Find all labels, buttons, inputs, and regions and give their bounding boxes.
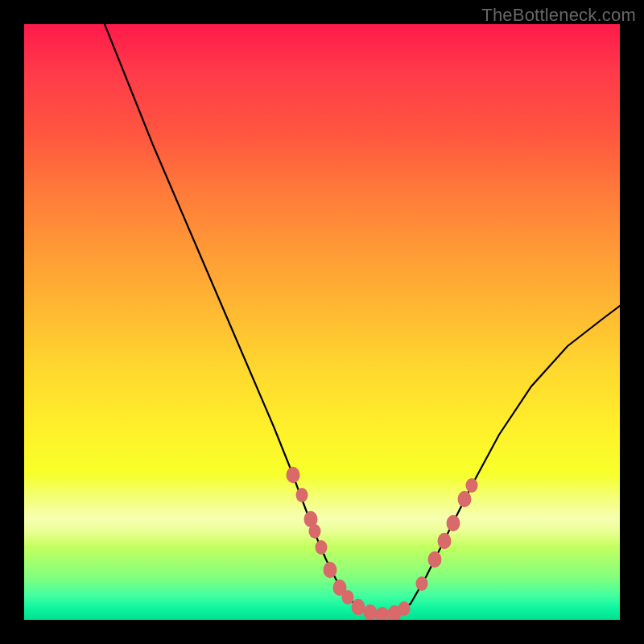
bead-marker [448, 516, 459, 530]
bottleneck-curve [105, 24, 620, 615]
bead-marker [324, 563, 336, 577]
plot-area [24, 24, 620, 620]
curve-group [105, 24, 620, 615]
marker-beads [287, 468, 477, 620]
bead-marker [310, 526, 320, 538]
bead-marker [287, 468, 299, 482]
bead-marker [343, 592, 353, 604]
watermark-text: TheBottleneck.com [481, 5, 636, 26]
chart-svg [24, 24, 620, 620]
bead-marker [429, 552, 440, 567]
bead-marker [365, 605, 376, 620]
bead-marker [377, 608, 388, 620]
bead-marker [417, 578, 427, 590]
bead-marker [297, 489, 307, 502]
bead-marker [399, 603, 409, 615]
bead-marker [439, 534, 450, 548]
bead-marker [353, 600, 364, 614]
bead-marker [316, 542, 326, 554]
bead-marker [467, 480, 477, 492]
bead-marker [459, 492, 470, 506]
